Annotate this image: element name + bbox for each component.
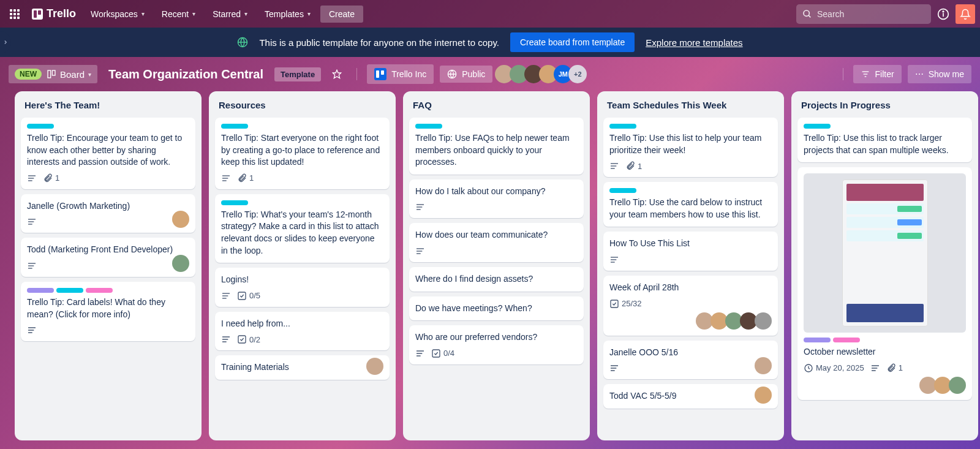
card[interactable]: How To Use This List xyxy=(603,232,778,271)
card[interactable]: Trello Tip: Use this list to track large… xyxy=(797,118,972,162)
description-icon xyxy=(415,202,425,212)
card-label[interactable] xyxy=(27,124,54,129)
list-title[interactable]: Team Schedules This Week xyxy=(603,97,778,113)
card-badges: 1 xyxy=(27,173,189,183)
card[interactable]: Do we have meetings? When? xyxy=(409,296,584,321)
card-label[interactable] xyxy=(86,288,113,293)
search-input[interactable] xyxy=(817,9,925,19)
card[interactable]: How do I talk about our company? xyxy=(409,179,584,219)
member-avatars xyxy=(804,377,966,394)
card-label[interactable] xyxy=(56,288,83,293)
card-label[interactable] xyxy=(833,338,860,342)
card[interactable]: Week of April 28th25/32 xyxy=(603,276,778,336)
card-label[interactable] xyxy=(27,288,54,293)
member-avatar[interactable] xyxy=(172,255,189,272)
card[interactable]: Where do I find design assets? xyxy=(409,267,584,292)
board-canvas[interactable]: Here's The Team!Trello Tip: Encourage yo… xyxy=(0,91,980,449)
globe-icon xyxy=(447,69,457,79)
card-title: Week of April 28th xyxy=(609,282,772,294)
member-avatar[interactable] xyxy=(949,377,966,394)
card[interactable]: Trello Tip: Card labels! What do they me… xyxy=(21,282,195,341)
template-banner: This is a public template for anyone on … xyxy=(0,28,980,57)
card-label[interactable] xyxy=(221,124,248,129)
board-icon xyxy=(47,69,56,79)
card-badges xyxy=(415,246,578,256)
chevron-down-icon: ▾ xyxy=(244,10,247,17)
member-avatar[interactable] xyxy=(755,312,772,330)
checklist-badge: 25/32 xyxy=(609,299,642,309)
card-title: How do I talk about our company? xyxy=(415,186,578,198)
card[interactable]: Training Materials xyxy=(215,355,390,380)
nav-workspaces[interactable]: Workspaces▾ xyxy=(83,6,152,23)
create-button[interactable]: Create xyxy=(320,6,363,23)
create-board-from-template-button[interactable]: Create board from template xyxy=(510,32,635,52)
show-menu-button[interactable]: ⋯ Show me xyxy=(908,65,971,83)
list-title[interactable]: Projects In Progress xyxy=(797,97,972,113)
description-icon xyxy=(609,363,619,373)
due-date-badge: May 20, 2025 xyxy=(804,363,864,373)
trello-icon xyxy=(374,68,386,80)
star-icon[interactable] xyxy=(327,64,347,84)
description-icon xyxy=(27,261,37,271)
card[interactable]: Todd (Marketing Front End Developer) xyxy=(21,238,195,277)
card-label[interactable] xyxy=(609,188,636,193)
nav-recent[interactable]: Recent▾ xyxy=(154,6,203,23)
more-icon: ⋯ xyxy=(915,69,924,79)
template-badge[interactable]: Template xyxy=(274,67,321,81)
card[interactable]: October newsletterMay 20, 20251 xyxy=(797,167,972,400)
card[interactable]: Logins!0/5 xyxy=(215,268,390,307)
card-title: Where do I find design assets? xyxy=(415,273,578,285)
description-icon xyxy=(609,255,619,265)
explore-templates-link[interactable]: Explore more templates xyxy=(646,37,742,48)
apps-switcher-icon[interactable] xyxy=(5,4,24,24)
list-title[interactable]: Resources xyxy=(215,97,390,113)
description-icon xyxy=(27,173,37,183)
workspace-pill[interactable]: Trello Inc xyxy=(367,64,434,84)
member-avatar[interactable] xyxy=(366,358,383,375)
card[interactable]: Trello Tip: What's your team's 12-month … xyxy=(215,194,390,263)
card[interactable]: Trello Tip: Use FAQs to help newer team … xyxy=(409,118,584,175)
avatar-overflow[interactable]: +2 xyxy=(568,65,587,83)
board-members[interactable]: JM +2 xyxy=(499,65,587,83)
card[interactable]: Janelle (Growth Marketing) xyxy=(21,194,195,233)
card-title: How To Use This List xyxy=(609,238,772,250)
card[interactable]: Trello Tip: Encourage your team to get t… xyxy=(21,118,195,189)
info-icon[interactable] xyxy=(933,4,953,24)
card-badges xyxy=(609,363,772,373)
visibility-pill[interactable]: Public xyxy=(440,66,492,83)
card-label[interactable] xyxy=(804,124,831,129)
card[interactable]: Trello Tip: Start everyone on the right … xyxy=(215,118,390,189)
card-title: Trello Tip: Use this list to track large… xyxy=(804,132,966,156)
trello-logo[interactable]: Trello xyxy=(27,7,81,20)
card-label[interactable] xyxy=(609,124,636,129)
svg-rect-45 xyxy=(432,350,440,357)
card[interactable]: Who are our preferred vendors?0/4 xyxy=(409,325,584,364)
card[interactable]: Trello Tip: Use this list to help your t… xyxy=(603,118,778,177)
notifications-icon[interactable] xyxy=(956,4,975,24)
sidebar-expand-icon[interactable] xyxy=(0,31,11,53)
globe-icon xyxy=(237,37,248,48)
card[interactable]: I need help from...0/2 xyxy=(215,312,390,351)
board-view-switcher[interactable]: NEW Board ▾ xyxy=(9,65,97,83)
card[interactable]: How does our team communicate? xyxy=(409,223,584,262)
member-avatar[interactable] xyxy=(755,387,772,404)
search-box[interactable] xyxy=(796,4,931,24)
card-label[interactable] xyxy=(804,338,831,342)
nav-starred[interactable]: Starred▾ xyxy=(205,6,255,23)
card-cover-image xyxy=(804,173,966,333)
filter-button[interactable]: Filter xyxy=(853,65,902,83)
card[interactable]: Janelle OOO 5/16 xyxy=(603,341,778,380)
member-avatar[interactable] xyxy=(755,357,772,374)
svg-point-4 xyxy=(943,11,944,12)
nav-templates[interactable]: Templates▾ xyxy=(257,6,318,23)
card-label[interactable] xyxy=(415,124,442,129)
search-icon xyxy=(802,9,812,19)
list-title[interactable]: FAQ xyxy=(409,97,584,113)
card[interactable]: Trello Tip: Use the card below to instru… xyxy=(603,182,778,227)
card[interactable]: Todd VAC 5/5-5/9 xyxy=(603,384,778,409)
list-title[interactable]: Here's The Team! xyxy=(21,97,195,113)
svg-marker-8 xyxy=(333,70,341,78)
card-label[interactable] xyxy=(221,200,248,205)
chevron-down-icon: ▾ xyxy=(141,10,145,17)
board-title[interactable]: Team Organization Central xyxy=(104,67,268,81)
